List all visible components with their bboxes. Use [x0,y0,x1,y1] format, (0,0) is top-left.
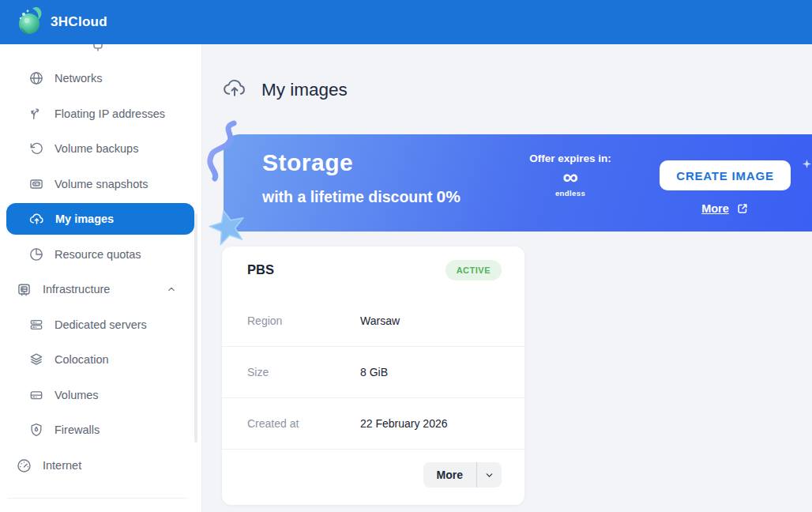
image-name: PBS [247,262,274,277]
ribbon-decoration [202,119,250,182]
field-value-created-at: 22 February 2026 [360,416,448,431]
pie-chart-icon [28,247,44,262]
offer-label: Offer expires in: [511,152,630,166]
page-title: My images [261,80,348,100]
cloud-upload-icon [221,75,248,105]
sidebar-item-label: Resource quotas [55,248,141,261]
sidebar-item-my-images[interactable]: My images [6,203,194,235]
sidebar-item-label: Networks [55,72,102,85]
cloud-upload-icon [28,211,45,228]
sidebar-item-colocation[interactable]: Colocation [0,342,194,377]
promo-banner: Storage with a lifetime discount0% Offer… [224,134,812,232]
banner-title: Storage [262,149,353,176]
drive-icon [28,387,44,403]
card-divider [222,346,524,347]
create-image-button[interactable]: CREATE IMAGE [660,160,791,190]
sidebar-item-label: My images [55,213,114,225]
sidebar-item-label: Dedicated servers [55,318,147,331]
field-label-size: Size [247,364,269,380]
sidebar-item-floating-ip[interactable]: Floating IP addresses [0,96,194,131]
sidebar-item-dedicated-servers[interactable]: Dedicated servers [0,307,194,342]
field-label-created-at: Created at [247,416,299,431]
banner-more-link[interactable]: More [660,202,791,215]
banner-more-label: More [701,202,729,215]
app-window: 3HCloud Networks Floating IP addresses [0,0,812,512]
gauge-icon [16,457,32,474]
offer-caption: endless [511,189,630,198]
top-bar: 3HCloud [0,0,812,44]
page-header: My images [221,75,348,105]
status-badge: ACTIVE [445,260,502,280]
sidebar-item-label: Volumes [55,389,99,401]
sidebar-item-label: Internet [43,459,81,472]
globe-icon [28,70,44,86]
sidebar-item-resource-quotas[interactable]: Resource quotas [0,237,194,272]
sidebar-item-label: Infrastructure [43,283,110,296]
servers-icon [28,317,44,333]
image-card: PBS ACTIVE Region Warsaw Size 8 GiB Crea… [222,247,524,505]
sidebar-item-infrastructure[interactable]: Infrastructure [0,272,194,307]
sidebar-item-volume-backups[interactable]: Volume backups [0,131,194,166]
banner-subtitle-text: with a lifetime discount [262,188,433,205]
sparkle-decoration [803,160,811,168]
banner-discount: 0% [437,187,461,205]
sidebar-divider [8,498,187,499]
sidebar-item-label: Colocation [55,353,109,366]
sidebar-item-internet[interactable]: Internet [0,448,194,483]
sidebar-item-label: Firewalls [55,424,100,436]
sidebar-item-networks[interactable]: Networks [0,61,194,96]
restore-icon [28,141,44,156]
brand-name: 3HCloud [51,14,107,30]
card-more-button[interactable]: More [423,462,476,488]
chevron-down-icon[interactable] [477,462,502,488]
building-server-icon [16,281,32,298]
chevron-up-icon[interactable] [165,283,178,298]
sidebar-item-volumes[interactable]: Volumes [0,378,194,412]
sidebar-item-volume-snapshots[interactable]: Volume snapshots [0,167,194,201]
sidebar-item-firewalls[interactable]: Firewalls [0,412,194,447]
layers-icon [28,352,44,367]
card-divider [222,397,524,398]
field-value-size: 8 GiB [360,364,388,380]
field-value-region: Warsaw [360,313,400,329]
card-divider [222,449,524,450]
infinity-icon: ∞ [511,167,630,188]
sidebar: Networks Floating IP addresses Volume ba… [0,44,202,512]
sidebar-item-label: Volume backups [55,142,138,155]
offer-countdown: Offer expires in: ∞ endless [511,152,630,198]
shield-flame-icon [28,422,44,438]
sidebar-scrollbar[interactable] [194,213,197,442]
main-content: My images Storage with a lifetime discou… [202,44,812,512]
card-more-split-button: More [423,462,502,488]
external-link-icon [736,202,749,215]
brand-logo-icon[interactable] [16,7,44,37]
snapshot-icon [28,176,44,192]
sidebar-item-label: Floating IP addresses [55,107,165,120]
star-decoration [208,208,247,246]
sidebar-item-label: Volume snapshots [55,178,148,190]
field-label-region: Region [247,313,282,329]
split-arrows-icon [28,106,44,122]
banner-subtitle: with a lifetime discount0% [262,187,461,206]
clipped-menu-icon [92,44,104,51]
